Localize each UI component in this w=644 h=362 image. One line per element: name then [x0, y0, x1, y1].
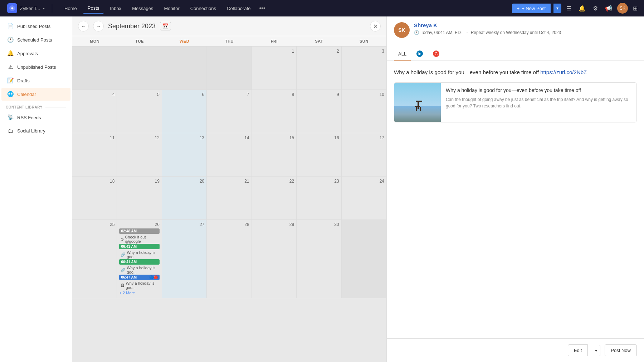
cal-cell-sep15: 15 [252, 133, 297, 176]
new-post-plus-icon: + [517, 6, 520, 11]
cal-date-20: 20 [164, 179, 204, 184]
cal-event-holiday-2[interactable]: 06:41 AM [119, 259, 159, 265]
post-now-button[interactable]: Post Now [605, 344, 637, 356]
user-avatar[interactable]: SK [617, 3, 628, 14]
tab-all[interactable]: ALL [394, 48, 411, 61]
cal-date-16: 16 [299, 135, 339, 140]
cal-date-27: 27 [164, 222, 204, 227]
google-tab-icon: G [433, 50, 439, 57]
nav-posts[interactable]: Posts [83, 3, 104, 14]
scheduled-posts-label: Scheduled Posts [17, 37, 52, 43]
calendar-close-button[interactable]: ✕ [370, 21, 381, 32]
cal-date-19: 19 [119, 179, 159, 184]
svg-rect-8 [420, 107, 421, 111]
calendar-next-button[interactable]: → [93, 21, 104, 32]
sidebar-item-calendar[interactable]: 🌐 Calendar [1, 88, 70, 101]
rss-feeds-icon: 📡 [7, 114, 14, 121]
cal-cell-sep5: 5 [117, 90, 162, 133]
tab-linkedin[interactable]: in [412, 48, 427, 61]
sidebar-item-published-posts[interactable]: 📄 Published Posts [1, 20, 70, 33]
svg-point-1 [11, 8, 13, 9]
cal-cell-sep3: 3 [342, 47, 386, 90]
sidebar-item-drafts[interactable]: 📝 Drafts [1, 74, 70, 87]
sidebar-item-unpublished-posts[interactable]: ⚠ Unpublished Posts [1, 61, 70, 73]
brand-logo[interactable]: Zylker T... ▾ [4, 2, 48, 15]
cal-date-9: 9 [299, 92, 339, 97]
post-preview-image [394, 83, 441, 122]
nav-inbox[interactable]: Inbox [105, 4, 126, 13]
cal-date-28: 28 [209, 222, 249, 227]
cal-event-check-it-out[interactable]: 02:48 AM [119, 228, 159, 234]
nav-messages[interactable]: Messages [127, 4, 158, 13]
approvals-label: Approvals [17, 51, 38, 56]
post-time-text: Today, 06:41 AM, EDT [421, 30, 463, 35]
day-header-thu: THU [207, 36, 252, 46]
day-header-tue: TUE [117, 36, 162, 46]
brand-name: Zylker T... [20, 6, 40, 11]
event-check-google-row: ⊙ Check it out @google [119, 235, 159, 244]
cal-date-12: 12 [119, 135, 159, 140]
cal-date-6: 6 [164, 92, 204, 97]
calendar-prev-button[interactable]: ← [78, 21, 89, 32]
cal-date-3: 3 [344, 49, 384, 54]
event-time-3: 06:41 AM [121, 260, 137, 264]
cal-cell-empty-wed [162, 47, 207, 90]
sidebar: 📄 Published Posts 🕐 Scheduled Posts 🔔 Ap… [0, 16, 72, 362]
post-link[interactable]: https://zurl.co/2NbZ [540, 69, 587, 75]
new-post-button[interactable]: + + New Post [512, 4, 551, 13]
approvals-icon: 🔔 [7, 50, 14, 57]
cal-cell-sep29: 29 [252, 220, 297, 298]
calendar-grid-view-button[interactable]: 📅 [160, 22, 171, 30]
event-holiday-img-icon: 🖼 [121, 283, 125, 288]
published-posts-label: Published Posts [17, 24, 50, 29]
sidebar-item-rss-feeds[interactable]: 📡 RSS Feeds [1, 111, 70, 124]
new-post-arrow-button[interactable]: ▾ [553, 4, 561, 13]
post-time: 🕐 Today, 06:41 AM, EDT [414, 30, 463, 35]
published-posts-icon: 📄 [7, 23, 14, 29]
nav-connections[interactable]: Connections [185, 4, 221, 13]
grid-icon-button[interactable]: ⊞ [631, 4, 640, 13]
nav-more-icon[interactable]: ••• [257, 4, 268, 13]
linkedin-tab-icon: in [416, 50, 423, 57]
unpublished-posts-icon: ⚠ [7, 64, 14, 70]
broadcast-icon-button[interactable]: 📢 [603, 4, 614, 13]
scheduled-posts-icon: 🕐 [7, 37, 14, 43]
brand-chevron-icon: ▾ [43, 6, 45, 10]
cal-cell-sep21: 21 [207, 177, 252, 219]
day-header-sun: SUN [342, 36, 386, 46]
nav-collaborate[interactable]: Collaborate [222, 4, 256, 13]
cal-cell-empty-2 [117, 47, 162, 90]
cal-cell-sep28: 28 [207, 220, 252, 298]
notifications-icon-button[interactable]: 🔔 [576, 4, 588, 13]
cal-date-11: 11 [74, 135, 114, 140]
drafts-label: Drafts [17, 78, 30, 83]
svg-rect-5 [418, 102, 419, 109]
event-time-2: 06:41 AM [121, 245, 137, 248]
edit-button[interactable]: Edit [568, 344, 588, 356]
post-now-label: Post Now [611, 348, 631, 353]
nav-monitor[interactable]: Monitor [159, 4, 184, 13]
nav-home[interactable]: Home [59, 4, 82, 13]
cal-cell-sep14: 14 [207, 133, 252, 176]
day-header-fri: FRI [252, 36, 297, 46]
post-author-avatar: SK [394, 22, 410, 38]
sidebar-item-approvals[interactable]: 🔔 Approvals [1, 47, 70, 60]
post-preview-desc: Can the thought of going away be just as… [446, 96, 631, 109]
edit-arrow-button[interactable]: ▾ [592, 345, 600, 356]
cal-event-holiday-3[interactable]: 06:47 AM 🔵🔴 [119, 275, 159, 280]
settings-icon-button[interactable]: ⚙ [591, 4, 600, 13]
menu-icon-button[interactable]: ☰ [564, 4, 574, 13]
cal-date-4: 4 [74, 92, 114, 97]
cal-event-holiday-1[interactable]: 06:41 AM [119, 244, 159, 249]
cal-more-link[interactable]: + 2 More [119, 290, 159, 296]
event-holiday-row-1: 🔗 Why a holiday is goo... [119, 250, 159, 259]
post-meta: 🕐 Today, 06:41 AM, EDT · Repeat weekly o… [414, 29, 637, 36]
prev-icon: ← [81, 23, 86, 29]
sidebar-item-social-library[interactable]: 🗂 Social Library [1, 125, 70, 137]
post-detail-header: SK Shreya K 🕐 Today, 06:41 AM, EDT · Rep… [387, 16, 644, 44]
nav-divider [52, 4, 52, 13]
tab-google[interactable]: G [429, 48, 444, 61]
sidebar-item-scheduled-posts[interactable]: 🕐 Scheduled Posts [1, 33, 70, 46]
calendar-label: Calendar [17, 92, 36, 97]
content-area: ← → September 2023 📅 ✕ MON TUE [72, 16, 644, 362]
